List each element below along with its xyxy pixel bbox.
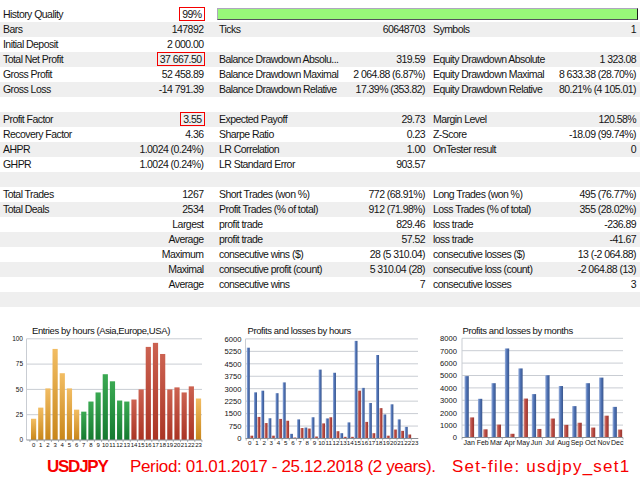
svg-text:25: 25 [16,411,24,418]
svg-text:3000: 3000 [225,385,242,394]
svg-text:Jun: Jun [531,439,542,446]
svg-text:Oct: Oct [585,439,596,446]
svg-text:100: 100 [12,335,23,342]
svg-text:0: 0 [19,436,23,443]
svg-text:Aug: Aug [557,439,570,447]
svg-text:1: 1 [255,439,259,446]
svg-text:7: 7 [82,442,86,448]
svg-text:Jul: Jul [545,439,554,446]
svg-text:2: 2 [46,442,50,448]
svg-text:23: 23 [411,439,418,446]
svg-text:Sep: Sep [571,439,584,447]
svg-text:Feb: Feb [477,439,489,446]
svg-text:May: May [516,439,530,447]
svg-text:4000: 4000 [440,384,457,393]
svg-text:8: 8 [306,439,310,446]
svg-text:11: 11 [109,442,116,448]
svg-text:10: 10 [318,439,325,446]
svg-text:8000: 8000 [440,334,457,343]
svg-text:10: 10 [102,442,109,448]
svg-text:Entries by hours (Asia,Europe,: Entries by hours (Asia,Europe,USA) [32,325,170,336]
svg-text:9: 9 [96,442,100,448]
svg-text:Apr: Apr [504,439,516,447]
svg-text:8: 8 [89,442,93,448]
svg-text:Profits and losses by hours: Profits and losses by hours [248,325,352,336]
svg-text:2250: 2250 [225,397,242,406]
svg-text:2: 2 [262,439,266,446]
svg-text:6000: 6000 [225,335,242,344]
svg-text:23: 23 [195,442,202,448]
svg-text:5: 5 [68,442,72,448]
svg-text:0: 0 [237,434,241,443]
svg-text:0: 0 [32,442,36,448]
svg-text:1500: 1500 [225,409,242,418]
svg-text:1000: 1000 [440,421,457,430]
svg-text:7000: 7000 [440,347,457,356]
svg-text:4: 4 [277,439,281,446]
svg-text:5: 5 [284,439,288,446]
svg-text:7: 7 [298,439,302,446]
svg-text:3000: 3000 [440,396,457,405]
svg-text:4: 4 [61,442,65,448]
svg-text:Jan: Jan [464,439,475,446]
svg-text:1: 1 [39,442,43,448]
svg-text:5250: 5250 [225,347,242,356]
svg-text:0: 0 [453,433,457,442]
svg-text:0: 0 [248,439,252,446]
svg-text:75: 75 [16,360,24,367]
svg-text:5000: 5000 [440,371,457,380]
svg-text:3: 3 [270,439,274,446]
svg-text:Profits and losses by months: Profits and losses by months [463,325,574,336]
svg-text:750: 750 [229,422,242,431]
svg-text:3: 3 [53,442,57,448]
svg-text:4500: 4500 [225,360,242,369]
svg-text:50: 50 [16,386,24,393]
svg-text:3750: 3750 [225,372,242,381]
svg-text:9: 9 [313,439,317,446]
svg-text:Mar: Mar [490,439,503,446]
svg-text:Nov: Nov [598,439,611,446]
svg-text:Dec: Dec [611,439,624,446]
svg-text:6: 6 [291,439,295,446]
svg-text:2000: 2000 [440,409,457,418]
svg-text:6: 6 [75,442,79,448]
svg-text:6000: 6000 [440,359,457,368]
svg-text:11: 11 [326,439,333,446]
